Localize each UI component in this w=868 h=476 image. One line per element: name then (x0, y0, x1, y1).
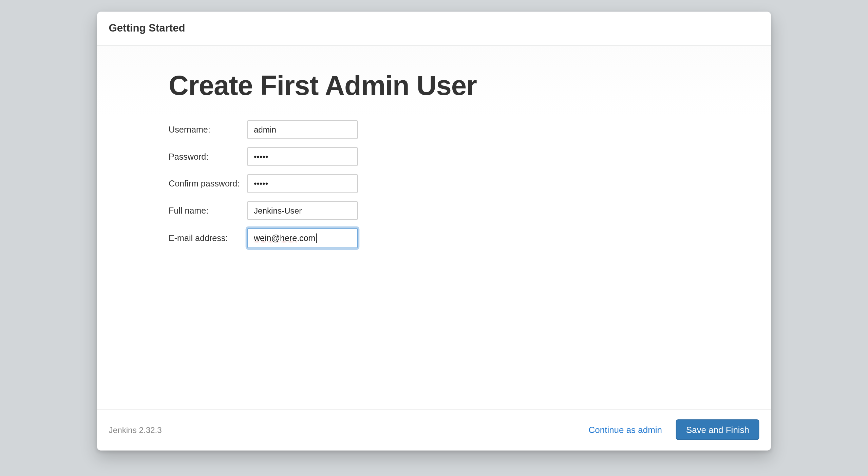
fullname-label: Full name: (169, 206, 247, 215)
fullname-input[interactable] (247, 201, 358, 220)
modal-footer: Jenkins 2.32.3 Continue as admin Save an… (97, 410, 771, 451)
username-row: Username: (169, 120, 771, 139)
email-value-part2: .com (297, 234, 315, 243)
page-title: Create First Admin User (169, 69, 771, 101)
password-input[interactable] (247, 147, 358, 166)
fullname-row: Full name: (169, 201, 771, 220)
continue-as-admin-button[interactable]: Continue as admin (580, 420, 670, 439)
username-input[interactable] (247, 120, 358, 139)
save-and-finish-button[interactable]: Save and Finish (676, 419, 759, 440)
email-input[interactable]: wein@here.com (247, 228, 358, 248)
confirm-password-input[interactable] (247, 174, 358, 193)
modal-header: Getting Started (97, 12, 771, 46)
email-label: E-mail address: (169, 234, 247, 243)
username-label: Username: (169, 125, 247, 134)
modal-body: Create First Admin User Username: Passwo… (97, 46, 771, 410)
confirm-password-label: Confirm password: (169, 179, 247, 189)
modal-header-title: Getting Started (109, 22, 759, 35)
email-value-part1: wein@here (254, 234, 297, 243)
setup-wizard-modal: Getting Started Create First Admin User … (97, 12, 771, 451)
email-row: E-mail address: wein@here.com (169, 228, 771, 248)
text-caret-icon (316, 234, 317, 243)
version-text: Jenkins 2.32.3 (109, 425, 581, 434)
password-label: Password: (169, 152, 247, 161)
password-row: Password: (169, 147, 771, 166)
confirm-password-row: Confirm password: (169, 174, 771, 193)
